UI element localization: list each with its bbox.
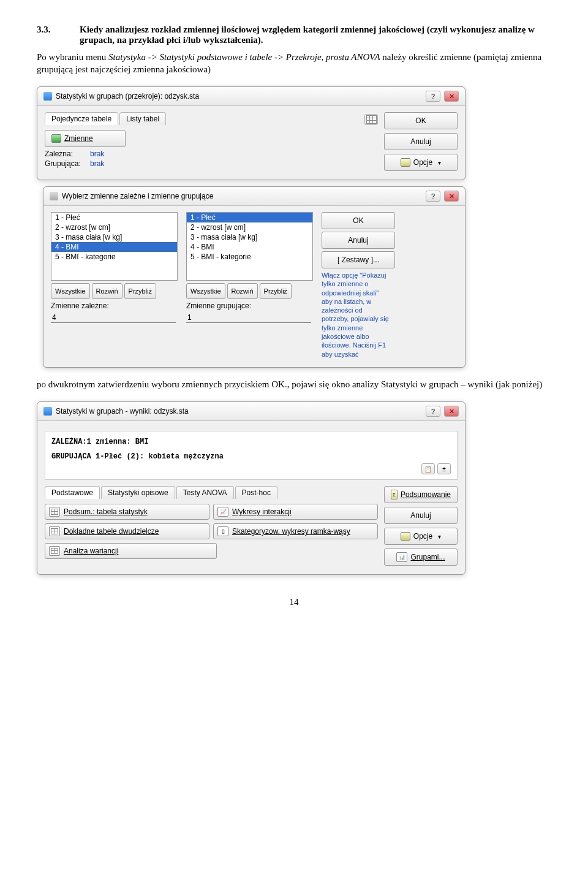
dialog-przekroje: Statystyki w grupach (przekroje): odzysk… bbox=[37, 86, 466, 180]
table-icon bbox=[49, 546, 60, 556]
options-label: Opcje bbox=[413, 158, 432, 167]
options-icon bbox=[401, 532, 410, 541]
btn-tabela-statystyk[interactable]: Podsum.: tabela statystyk bbox=[45, 504, 209, 520]
btn-label: Wykresy interakcji bbox=[232, 507, 292, 516]
btn-tabele-dwudzielcze[interactable]: Dokładne tabele dwudzielcze bbox=[45, 523, 209, 539]
groups-icon: 📊 bbox=[396, 552, 407, 562]
list-item-selected[interactable]: 4 - BMI bbox=[51, 242, 177, 252]
boxplot-icon: ▯ bbox=[217, 526, 228, 536]
table-icon bbox=[49, 507, 60, 517]
zoom-button[interactable]: Przybliż bbox=[260, 283, 292, 299]
groups-label: Grupami... bbox=[410, 553, 445, 561]
list-dependent[interactable]: 1 - Płeć 2 - wzrost [w cm] 3 - masa ciał… bbox=[51, 212, 178, 281]
zoom-button[interactable]: Przybliż bbox=[124, 283, 157, 299]
ok-button[interactable]: OK bbox=[322, 212, 395, 229]
window-title-3: Statystyki w grupach - wyniki: odzysk.st… bbox=[56, 407, 189, 416]
options-icon bbox=[401, 158, 410, 167]
tab-listy[interactable]: Listy tabel bbox=[119, 112, 166, 125]
dep-label: Zależna: bbox=[45, 150, 88, 158]
screenshot-1: Statystyki w grupach (przekroje): odzysk… bbox=[37, 86, 466, 368]
close-icon[interactable]: ✕ bbox=[444, 91, 459, 102]
hint-text: Włącz opcję "Pokazuj tylko zmienne o odp… bbox=[322, 271, 389, 359]
expand-button[interactable]: Rozwiń bbox=[92, 283, 123, 299]
help-icon[interactable]: ? bbox=[426, 191, 440, 202]
all-button[interactable]: Wszystkie bbox=[186, 283, 225, 299]
tab-opisowe[interactable]: Statystyki opisowe bbox=[101, 486, 175, 499]
summary-line-2: GRUPUJĄCA 1-Płeć (2): kobieta mężczyzna bbox=[51, 452, 224, 461]
tab-anova[interactable]: Testy ANOVA bbox=[176, 486, 234, 499]
summary-line-1: ZALEŻNA:1 zmienna: BMI bbox=[51, 438, 148, 446]
titlebar-1: Statystyki w grupach (przekroje): odzysk… bbox=[37, 87, 465, 106]
dialog-wybierz-zmienne: Wybierz zmienne zależne i zmienne grupuj… bbox=[43, 186, 466, 368]
list-item-selected[interactable]: 1 - Płeć bbox=[187, 213, 312, 222]
btn-label: Dokładne tabele dwudzielcze bbox=[64, 527, 159, 536]
summary-button[interactable]: Σ Podsumowanie bbox=[384, 486, 458, 503]
titlebar-3: Statystyki w grupach - wyniki: odzysk.st… bbox=[37, 402, 465, 421]
btn-ramka-wasy[interactable]: ▯ Skategoryzow. wykresy ramka-wąsy bbox=[213, 523, 378, 539]
expand-button[interactable]: Rozwiń bbox=[227, 283, 258, 299]
pin-icon[interactable]: ± bbox=[437, 463, 451, 474]
options-label: Opcje bbox=[413, 532, 432, 541]
screenshot-2: Statystyki w grupach - wyniki: odzysk.st… bbox=[37, 401, 466, 575]
list-item[interactable]: 5 - BMI - kategorie bbox=[187, 252, 312, 262]
help-icon[interactable]: ? bbox=[426, 406, 440, 417]
window-icon bbox=[43, 407, 52, 416]
list-grouping[interactable]: 1 - Płeć 2 - wzrost [w cm] 3 - masa ciał… bbox=[186, 212, 313, 281]
grp-input[interactable] bbox=[186, 313, 311, 323]
list-item[interactable]: 1 - Płeć bbox=[51, 213, 177, 222]
section-heading: Kiedy analizujesz rozkład zmiennej ilośc… bbox=[80, 25, 551, 45]
sets-button[interactable]: [ Zestawy ]... bbox=[322, 251, 395, 268]
list-item[interactable]: 2 - wzrost [w cm] bbox=[187, 222, 312, 232]
window-icon bbox=[50, 192, 58, 200]
page-number: 14 bbox=[37, 597, 551, 607]
ok-button[interactable]: OK bbox=[384, 112, 458, 129]
zmienne-button[interactable]: Zmienne bbox=[45, 130, 126, 147]
grp-label: Grupująca: bbox=[45, 159, 88, 168]
dep-input[interactable] bbox=[51, 313, 176, 323]
dialog-wyniki: Statystyki w grupach - wyniki: odzysk.st… bbox=[37, 401, 466, 575]
btn-analiza-wariancji[interactable]: Analiza wariancji bbox=[45, 543, 217, 559]
titlebar-2: Wybierz zmienne zależne i zmienne grupuj… bbox=[43, 187, 465, 206]
close-icon[interactable]: ✕ bbox=[444, 406, 459, 417]
window-icon bbox=[43, 92, 52, 101]
all-button[interactable]: Wszystkie bbox=[51, 283, 90, 299]
btn-label: Analiza wariancji bbox=[64, 547, 118, 555]
list-item[interactable]: 3 - masa ciała [w kg] bbox=[51, 232, 177, 242]
window-title-1: Statystyki w grupach (przekroje): odzysk… bbox=[56, 92, 199, 101]
btn-wykresy-interakcji[interactable]: 📈 Wykresy interakcji bbox=[213, 504, 378, 520]
tab-posthoc[interactable]: Post-hoc bbox=[235, 486, 277, 499]
list-item[interactable]: 5 - BMI - kategorie bbox=[51, 252, 177, 262]
paragraph-2: po dwukrotnym zatwierdzeniu wyboru zmien… bbox=[37, 379, 551, 391]
summary-icon: Σ bbox=[391, 490, 398, 499]
dep-list-label: Zmienne zależne: bbox=[51, 302, 178, 310]
cancel-button[interactable]: Anuluj bbox=[384, 133, 458, 150]
grp-list-label: Zmienne grupujące: bbox=[186, 302, 313, 310]
section-number: 3.3. bbox=[37, 25, 80, 45]
close-icon[interactable]: ✕ bbox=[444, 191, 459, 202]
table-icon bbox=[49, 526, 60, 536]
summary-label: Podsumowanie bbox=[401, 490, 451, 499]
chart-icon: 📈 bbox=[217, 507, 228, 517]
groups-button[interactable]: 📊 Grupami... bbox=[384, 549, 458, 566]
help-icon[interactable]: ? bbox=[426, 91, 440, 102]
grp-value: brak bbox=[90, 159, 104, 168]
tab-pojedyncze[interactable]: Pojedyncze tabele bbox=[45, 112, 118, 125]
options-button[interactable]: Opcje bbox=[384, 154, 458, 171]
tab-podstawowe[interactable]: Podstawowe bbox=[45, 486, 100, 499]
summary-panel: ZALEŻNA:1 zmienna: BMI GRUPUJĄCA 1-Płeć … bbox=[45, 431, 458, 480]
list-item[interactable]: 2 - wzrost [w cm] bbox=[51, 222, 177, 232]
btn-label: Podsum.: tabela statystyk bbox=[64, 507, 148, 516]
dep-value: brak bbox=[90, 150, 104, 158]
variables-icon bbox=[51, 134, 61, 143]
cancel-button[interactable]: Anuluj bbox=[384, 507, 458, 524]
copy-icon[interactable]: 📋 bbox=[421, 463, 435, 474]
cancel-button[interactable]: Anuluj bbox=[322, 232, 395, 249]
zmienne-label: Zmienne bbox=[64, 134, 93, 143]
options-button[interactable]: Opcje bbox=[384, 528, 458, 545]
btn-label: Skategoryzow. wykresy ramka-wąsy bbox=[232, 527, 350, 536]
list-item[interactable]: 4 - BMI bbox=[187, 242, 312, 252]
window-title-2: Wybierz zmienne zależne i zmienne grupuj… bbox=[62, 192, 213, 200]
list-item[interactable]: 3 - masa ciała [w kg] bbox=[187, 232, 312, 242]
para1-plain-a: Po wybraniu menu bbox=[37, 52, 108, 62]
expand-tabs-icon[interactable] bbox=[364, 114, 378, 125]
